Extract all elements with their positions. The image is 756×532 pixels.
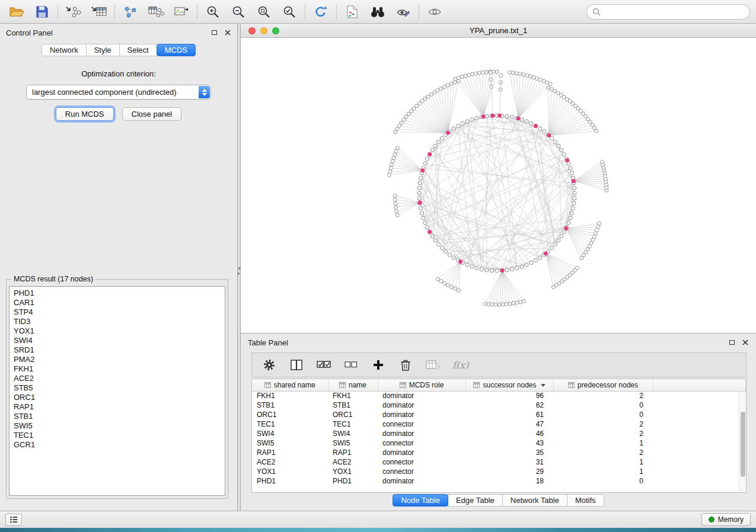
cell-MCDS-role[interactable]: dominator: [378, 400, 465, 410]
node-table-row[interactable]: PHD1PHD1dominator180: [252, 476, 746, 486]
cell-shared-name[interactable]: SWI5: [252, 438, 328, 448]
node-table-row[interactable]: ORC1ORC1dominator610: [252, 410, 746, 419]
sort-caret-icon[interactable]: [541, 384, 546, 387]
tab-network[interactable]: Network: [42, 44, 87, 56]
new-network-button[interactable]: [120, 3, 141, 21]
node-table-row[interactable]: SWI4SWI4dominator462: [252, 429, 746, 438]
cell-shared-name[interactable]: ORC1: [252, 410, 328, 419]
window-close-button[interactable]: [248, 27, 256, 34]
find-button[interactable]: [367, 3, 388, 21]
zoom-in-button[interactable]: [202, 3, 224, 21]
zoom-selected-button[interactable]: [279, 3, 300, 21]
style-preview-button[interactable]: [393, 3, 414, 21]
tab-motifs[interactable]: Motifs: [567, 494, 604, 507]
column-header-name[interactable]: name: [328, 379, 378, 391]
refresh-layout-button[interactable]: [310, 3, 331, 21]
cell-name[interactable]: ORC1: [328, 410, 378, 419]
cell-MCDS-role[interactable]: dominator: [378, 448, 465, 457]
open-file-button[interactable]: [6, 3, 27, 21]
mcds-result-item[interactable]: STB5: [14, 383, 221, 393]
node-table-row[interactable]: YOX1YOX1connector291: [252, 467, 746, 476]
float-panel-button[interactable]: [210, 29, 218, 36]
import-table-button[interactable]: [88, 3, 110, 21]
cell-MCDS-role[interactable]: connector: [378, 457, 465, 467]
close-panel-action-button[interactable]: Close panel: [122, 107, 182, 121]
cell-successor-nodes[interactable]: 62: [465, 400, 553, 410]
mcds-result-item[interactable]: TID3: [14, 317, 221, 326]
cell-name[interactable]: SWI4: [328, 429, 378, 438]
tab-edge-table[interactable]: Edge Table: [448, 494, 503, 507]
hide-columns-button[interactable]: [425, 357, 441, 373]
save-session-button[interactable]: [31, 3, 53, 21]
node-table-row[interactable]: RAP1RAP1dominator352: [252, 448, 746, 457]
column-header-successor-nodes[interactable]: successor nodes: [465, 379, 553, 391]
mcds-result-item[interactable]: FKH1: [14, 364, 221, 374]
cell-predecessor-nodes[interactable]: 0: [553, 400, 653, 410]
search-input[interactable]: [604, 8, 744, 16]
cell-name[interactable]: TEC1: [328, 419, 378, 429]
export-image-button[interactable]: [171, 3, 192, 21]
panel-menu-button[interactable]: [5, 514, 22, 526]
cell-successor-nodes[interactable]: 29: [465, 467, 553, 476]
float-table-panel-button[interactable]: [728, 339, 735, 346]
cell-predecessor-nodes[interactable]: 2: [553, 429, 653, 438]
delete-columns-button[interactable]: [398, 357, 413, 373]
mcds-result-item[interactable]: GCR1: [14, 440, 221, 450]
cell-name[interactable]: PHD1: [328, 476, 378, 486]
cell-name[interactable]: SWI5: [328, 438, 378, 448]
close-panel-button[interactable]: [224, 29, 231, 36]
cell-successor-nodes[interactable]: 18: [465, 476, 553, 486]
node-table-row[interactable]: STB1STB1dominator620: [252, 400, 746, 410]
cell-successor-nodes[interactable]: 43: [465, 438, 553, 448]
function-builder-button[interactable]: f(x): [452, 357, 468, 373]
cell-predecessor-nodes[interactable]: 1: [553, 467, 653, 476]
window-minimize-button[interactable]: [260, 27, 267, 34]
show-graphics-details-button[interactable]: [424, 3, 445, 21]
cell-shared-name[interactable]: RAP1: [252, 448, 328, 457]
tab-node-table[interactable]: Node Table: [393, 494, 448, 507]
export-document-button[interactable]: [342, 3, 363, 21]
cell-shared-name[interactable]: YOX1: [252, 467, 328, 476]
mcds-result-item[interactable]: YOX1: [14, 326, 221, 336]
cell-shared-name[interactable]: PHD1: [252, 476, 328, 486]
mcds-result-item[interactable]: CAR1: [14, 298, 221, 307]
tab-select[interactable]: Select: [119, 44, 157, 56]
column-header-shared-name[interactable]: shared name: [252, 379, 328, 391]
close-table-panel-button[interactable]: [742, 339, 749, 346]
cell-predecessor-nodes[interactable]: 2: [553, 448, 653, 457]
cell-name[interactable]: YOX1: [328, 467, 378, 476]
deselect-all-columns-button[interactable]: [343, 357, 359, 373]
cell-predecessor-nodes[interactable]: 0: [553, 410, 653, 419]
cell-successor-nodes[interactable]: 35: [465, 448, 553, 457]
mcds-result-item[interactable]: ORC1: [14, 393, 221, 402]
cell-name[interactable]: ACE2: [328, 457, 378, 467]
cell-shared-name[interactable]: TEC1: [252, 419, 328, 429]
node-table-row[interactable]: ACE2ACE2connector311: [252, 457, 746, 467]
zoom-fit-button[interactable]: [253, 3, 275, 21]
run-mcds-button[interactable]: Run MCDS: [56, 107, 114, 121]
table-settings-button[interactable]: [261, 357, 277, 373]
zoom-out-button[interactable]: [228, 3, 249, 21]
tab-mcds[interactable]: MCDS: [157, 44, 196, 56]
mcds-result-item[interactable]: ACE2: [14, 374, 221, 383]
column-header-MCDS-role[interactable]: MCDS role: [378, 379, 465, 391]
cell-MCDS-role[interactable]: dominator: [378, 429, 465, 438]
mcds-result-item[interactable]: TEC1: [14, 431, 221, 440]
cell-successor-nodes[interactable]: 31: [465, 457, 553, 467]
criterion-dropdown[interactable]: largest connected component (undirected): [26, 85, 211, 100]
cell-predecessor-nodes[interactable]: 1: [553, 438, 653, 448]
network-graph[interactable]: [241, 38, 756, 333]
tab-style[interactable]: Style: [86, 44, 120, 56]
table-scrollbar[interactable]: [739, 392, 746, 492]
cell-predecessor-nodes[interactable]: 0: [553, 476, 653, 486]
cell-predecessor-nodes[interactable]: 1: [553, 457, 653, 467]
column-header-predecessor-nodes[interactable]: predecessor nodes: [553, 379, 653, 391]
mcds-result-item[interactable]: STB1: [14, 412, 221, 421]
cell-MCDS-role[interactable]: dominator: [378, 410, 465, 419]
scrollbar-thumb[interactable]: [741, 412, 745, 477]
cell-MCDS-role[interactable]: dominator: [378, 476, 465, 486]
cell-successor-nodes[interactable]: 46: [465, 429, 553, 438]
mcds-result-list[interactable]: PHD1CAR1STP4TID3YOX1SWI4SRD1PMA2FKH1ACE2…: [9, 286, 225, 496]
cell-predecessor-nodes[interactable]: 2: [553, 419, 653, 429]
mcds-result-item[interactable]: STP4: [14, 307, 221, 317]
